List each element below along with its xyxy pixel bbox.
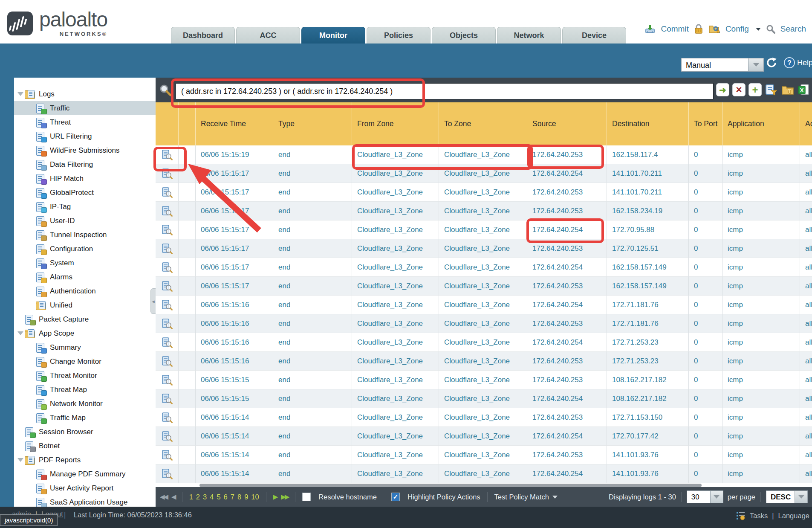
- page-number-8[interactable]: 8: [237, 493, 241, 501]
- filter-builder-icon[interactable]: [765, 83, 778, 96]
- log-row[interactable]: 06/06 15:15:17endCloudflare_L3_ZoneCloud…: [156, 258, 812, 277]
- column-header-to-port[interactable]: To Port: [689, 102, 722, 145]
- sidebar-item-authentication[interactable]: Authentication: [14, 284, 156, 298]
- sidebar-item-logs[interactable]: Logs: [14, 87, 156, 101]
- expander-icon[interactable]: [17, 458, 24, 462]
- sidebar-item-session-browser[interactable]: Session Browser: [14, 425, 156, 439]
- per-page-select[interactable]: 30: [687, 490, 723, 503]
- log-detail-icon[interactable]: [156, 333, 179, 352]
- column-header-from-zone[interactable]: From Zone: [352, 102, 439, 145]
- config-icon[interactable]: [708, 24, 720, 34]
- lock-icon[interactable]: [694, 24, 703, 34]
- column-header-action[interactable]: Action: [800, 102, 812, 145]
- log-detail-icon[interactable]: [156, 258, 179, 277]
- tasks-link[interactable]: Tasks: [750, 512, 768, 520]
- refresh-interval-select[interactable]: Manual: [681, 58, 764, 72]
- apply-filter-icon[interactable]: ➜: [716, 83, 729, 96]
- log-row[interactable]: 06/06 15:15:16endCloudflare_L3_ZoneCloud…: [156, 314, 812, 333]
- sidebar-item-alarms[interactable]: Alarms: [14, 270, 156, 284]
- log-detail-icon[interactable]: [156, 145, 179, 164]
- log-row[interactable]: 06/06 15:15:15endCloudflare_L3_ZoneCloud…: [156, 371, 812, 389]
- search-button[interactable]: Search: [780, 24, 806, 34]
- refresh-interval-value[interactable]: Manual: [681, 58, 748, 72]
- log-row[interactable]: 06/06 15:15:17endCloudflare_L3_ZoneCloud…: [156, 277, 812, 296]
- commit-icon[interactable]: [644, 24, 656, 34]
- sort-order-caret[interactable]: [795, 490, 808, 503]
- sidebar-item-configuration[interactable]: Configuration: [14, 242, 156, 256]
- sort-order-select[interactable]: DESC: [766, 490, 808, 503]
- log-detail-icon[interactable]: [156, 202, 179, 220]
- column-header-application[interactable]: Application: [722, 102, 800, 145]
- tab-policies[interactable]: Policies: [367, 27, 431, 44]
- clear-filter-icon[interactable]: ✕: [732, 83, 746, 96]
- sidebar-item-app-scope[interactable]: App Scope: [14, 326, 156, 340]
- sidebar-item-system[interactable]: System: [14, 256, 156, 270]
- filter-query-input[interactable]: ( addr.src in 172.64.240.253 ) or ( addr…: [176, 83, 714, 99]
- sidebar-item-change-monitor[interactable]: Change Monitor: [14, 354, 156, 368]
- page-number-9[interactable]: 9: [244, 493, 248, 501]
- sidebar-item-wildfire-submissions[interactable]: WildFire Submissions: [14, 143, 156, 157]
- sidebar-item-url-filtering[interactable]: URL Filtering: [14, 129, 156, 143]
- sidebar-item-user-id[interactable]: User-ID: [14, 214, 156, 228]
- sort-order-value[interactable]: DESC: [766, 490, 795, 503]
- first-page-button[interactable]: ◀◀: [160, 493, 167, 501]
- sidebar-item-traffic[interactable]: Traffic: [14, 101, 156, 115]
- resolve-hostname-checkbox[interactable]: [302, 493, 311, 501]
- page-number-5[interactable]: 5: [217, 493, 220, 501]
- log-detail-icon[interactable]: [156, 371, 179, 389]
- last-page-button[interactable]: ▶▶: [281, 493, 288, 501]
- log-detail-icon[interactable]: [156, 314, 179, 333]
- sidebar-item-botnet[interactable]: Botnet: [14, 439, 156, 453]
- log-row[interactable]: 06/06 15:15:16endCloudflare_L3_ZoneCloud…: [156, 333, 812, 352]
- refresh-icon[interactable]: [765, 56, 778, 69]
- log-row[interactable]: 06/06 15:15:14endCloudflare_L3_ZoneCloud…: [156, 427, 812, 446]
- config-caret-icon[interactable]: [756, 28, 761, 31]
- cell-destination[interactable]: 172.70.177.42: [607, 427, 689, 446]
- sidebar-item-network-monitor[interactable]: Network Monitor: [14, 397, 156, 411]
- log-row[interactable]: 06/06 15:15:16endCloudflare_L3_ZoneCloud…: [156, 296, 812, 314]
- log-row[interactable]: 06/06 15:15:19endCloudflare_L3_ZoneCloud…: [156, 145, 812, 164]
- log-detail-icon[interactable]: [156, 408, 179, 427]
- page-number-4[interactable]: 4: [210, 493, 214, 501]
- sidebar-item-hip-match[interactable]: HIP Match: [14, 171, 156, 186]
- sidebar-item-user-activity-report[interactable]: User Activity Report: [14, 481, 156, 495]
- page-number-7[interactable]: 7: [231, 493, 234, 501]
- search-icon[interactable]: [766, 24, 775, 34]
- highlight-policy-actions-checkbox[interactable]: ✓: [391, 493, 400, 501]
- log-detail-icon[interactable]: [156, 239, 179, 258]
- tab-monitor[interactable]: Monitor: [301, 27, 365, 44]
- column-header-to-zone[interactable]: To Zone: [439, 102, 527, 145]
- sidebar-collapse-handle[interactable]: ◂: [150, 288, 156, 314]
- log-row[interactable]: 06/06 15:15:17endCloudflare_L3_ZoneCloud…: [156, 202, 812, 220]
- log-detail-icon[interactable]: [156, 296, 179, 314]
- config-menu[interactable]: Config: [725, 24, 749, 34]
- sidebar-item-summary[interactable]: Summary: [14, 340, 156, 354]
- add-filter-icon[interactable]: +: [748, 83, 762, 96]
- page-number-1[interactable]: 1: [189, 493, 193, 501]
- sidebar-item-traffic-map[interactable]: Traffic Map: [14, 411, 156, 425]
- tab-device[interactable]: Device: [562, 27, 626, 44]
- export-to-csv-icon[interactable]: X: [797, 83, 810, 96]
- horizontal-scrollbar[interactable]: [199, 484, 702, 487]
- tasks-icon[interactable]: [736, 511, 746, 520]
- log-row[interactable]: 06/06 15:15:17endCloudflare_L3_ZoneCloud…: [156, 220, 812, 239]
- sidebar-item-unified[interactable]: Unified: [14, 298, 156, 312]
- refresh-interval-caret[interactable]: [748, 58, 764, 72]
- log-detail-icon[interactable]: [156, 220, 179, 239]
- log-detail-icon[interactable]: [156, 277, 179, 296]
- sidebar-item-threat-monitor[interactable]: Threat Monitor: [14, 368, 156, 383]
- sidebar-item-data-filtering[interactable]: Data Filtering: [14, 157, 156, 171]
- expander-icon[interactable]: [17, 331, 24, 335]
- expander-icon[interactable]: [17, 92, 24, 96]
- page-number-10[interactable]: 10: [251, 493, 259, 501]
- log-row[interactable]: 06/06 15:15:16endCloudflare_L3_ZoneCloud…: [156, 352, 812, 371]
- sidebar-item-ip-tag[interactable]: IP-Tag: [14, 200, 156, 214]
- log-detail-icon[interactable]: [156, 446, 179, 464]
- tab-objects[interactable]: Objects: [432, 27, 496, 44]
- column-header-source[interactable]: Source: [527, 102, 607, 145]
- prev-page-button[interactable]: ◀: [171, 493, 175, 501]
- sidebar-item-pdf-reports[interactable]: PDF Reports: [14, 453, 156, 467]
- column-header-destination[interactable]: Destination: [607, 102, 689, 145]
- log-row[interactable]: 06/06 15:15:14endCloudflare_L3_ZoneCloud…: [156, 408, 812, 427]
- sidebar-item-threat-map[interactable]: Threat Map: [14, 383, 156, 397]
